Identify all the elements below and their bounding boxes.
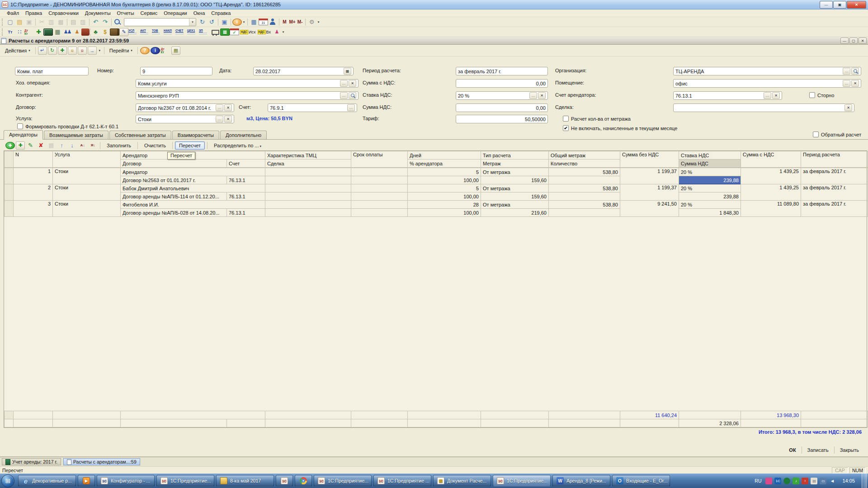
clear-field-button[interactable]: ✕ xyxy=(851,80,859,87)
new-document-icon[interactable]: ▢ xyxy=(5,18,15,27)
contract-field[interactable]: Договор №2367 от 01.08.2014 г.…✕ xyxy=(136,103,234,112)
money-out-document-icon[interactable]: ¤ xyxy=(78,47,87,55)
cell-metrage[interactable]: 159,60 xyxy=(481,176,549,184)
vat-sum-value[interactable]: 0,00 xyxy=(458,105,546,111)
date-field[interactable]: 28.02.2017▦ xyxy=(253,67,354,75)
search-combobox[interactable]: ▾ xyxy=(124,18,196,26)
account-value[interactable]: 76.9.1 xyxy=(270,105,346,111)
actions-menu-button[interactable]: Действия▾ xyxy=(2,47,33,54)
number-value[interactable]: 9 xyxy=(142,69,210,74)
postings-icon[interactable]: ДтКт xyxy=(161,46,170,55)
cell-due-date-2[interactable] xyxy=(351,176,408,184)
tray-note-icon[interactable]: ♪ xyxy=(793,478,799,484)
reverse-calc-checkbox[interactable] xyxy=(813,131,819,137)
tab-own-costs[interactable]: Собственные затраты xyxy=(109,131,171,139)
goods-doc-icon[interactable]: ТОВ xyxy=(152,28,164,37)
room-value[interactable]: офис xyxy=(675,81,842,86)
cell-sum-with-vat[interactable]: 11 089,80 xyxy=(741,201,801,217)
cell-metrage[interactable]: 159,60 xyxy=(481,192,549,201)
cell-sum-no-vat[interactable]: 1 199,37 xyxy=(620,168,679,184)
copy-icon[interactable]: ▥ xyxy=(47,18,56,27)
date-value[interactable]: 28.02.2017 xyxy=(255,69,343,74)
cell-sum-with-vat[interactable]: 1 439,25 xyxy=(741,168,801,184)
clock[interactable]: 14:05 xyxy=(838,478,859,483)
cell-days[interactable]: 5 xyxy=(408,168,481,176)
tray-network-icon[interactable]: ▭ xyxy=(820,478,826,484)
tray-alert-icon[interactable]: ! xyxy=(802,478,808,484)
cell-tenant-pct[interactable]: 100,00 xyxy=(408,209,481,217)
subordination-icon[interactable]: → xyxy=(88,47,97,55)
move-down-icon[interactable]: ↓ xyxy=(67,141,77,150)
tariff-field[interactable]: 50,50000 xyxy=(456,115,548,123)
ok-button[interactable]: ОК xyxy=(783,446,801,454)
edit-document-icon[interactable]: ✎ xyxy=(119,28,128,36)
contractor-value[interactable]: Минскэнерго РУП xyxy=(138,93,339,99)
open-button[interactable] xyxy=(851,68,859,75)
clear-button[interactable]: Очистить xyxy=(140,141,170,150)
cell-n[interactable]: 1 xyxy=(14,168,53,184)
cell-vat-rate[interactable]: 20 % xyxy=(679,201,741,209)
cart-icon[interactable] xyxy=(211,28,220,36)
cell-service[interactable]: Стоки xyxy=(53,201,121,217)
dropdown-icon[interactable]: ▾ xyxy=(189,19,196,26)
tray-green-circle-icon[interactable] xyxy=(783,478,790,484)
payment-type-field[interactable]: Комм. плат xyxy=(15,67,89,75)
select-button[interactable]: … xyxy=(529,92,537,99)
select-button[interactable]: … xyxy=(216,104,223,111)
workshop-doc-icon[interactable]: ЦЕХ1 xyxy=(187,28,199,37)
doc-close-button[interactable]: ✕ xyxy=(859,38,867,44)
row-marker[interactable] xyxy=(5,184,14,201)
operation-value[interactable]: Комм.услуги xyxy=(138,81,339,86)
cell-vat-rate[interactable]: 20 % xyxy=(679,184,741,192)
find-previous-icon[interactable]: ↺ xyxy=(207,18,217,27)
plant-icon[interactable]: ♣ xyxy=(91,28,100,37)
restore-button[interactable]: ▣ xyxy=(833,1,846,9)
row-marker[interactable] xyxy=(5,168,14,184)
copy-row-icon[interactable]: ✚ xyxy=(16,141,25,150)
fill-button[interactable]: Заполнить xyxy=(103,141,135,150)
cell-metrage[interactable]: 219,60 xyxy=(481,209,549,217)
doc-restore-button[interactable]: ▢ xyxy=(849,38,858,44)
calc-from-area-checkbox[interactable] xyxy=(563,116,569,122)
sum-with-vat-field[interactable]: 0,00 xyxy=(456,79,548,88)
tab-tenants[interactable]: Арендаторы xyxy=(4,130,43,140)
reference-book-icon[interactable] xyxy=(81,28,91,36)
menu-item-edit[interactable]: Правка xyxy=(22,10,45,16)
close-doc-button[interactable]: Закрыть xyxy=(834,446,864,454)
cell-service[interactable]: Стоки xyxy=(53,184,121,201)
undo-icon[interactable]: ↶ xyxy=(91,18,100,27)
sort-descending-icon[interactable]: Я↓ xyxy=(88,141,98,150)
operation-field[interactable]: Комм.услуги…✕ xyxy=(136,79,359,88)
cell-total-area[interactable]: 538,80 xyxy=(549,168,620,176)
cell-deal[interactable] xyxy=(265,176,351,184)
description-icon[interactable]: i xyxy=(151,47,160,54)
tray-pink-icon[interactable] xyxy=(765,478,772,484)
account-field[interactable]: 76.9.1… xyxy=(268,103,357,112)
taskbar-1c-enterprise-button-2[interactable]: 1С1С:Предприятие... xyxy=(314,475,372,487)
service-value[interactable]: Стоки xyxy=(138,117,215,122)
refresh-icon[interactable]: ↻ xyxy=(48,47,57,55)
cell-calc-type[interactable]: От метража xyxy=(481,184,549,192)
cell-due-date[interactable] xyxy=(351,168,408,176)
paste-icon[interactable]: ▩ xyxy=(56,18,66,27)
payment-type-value[interactable]: Комм. плат xyxy=(17,69,86,74)
buyer-dropdown-icon[interactable]: ▾ xyxy=(281,28,285,37)
cell-vat-rate[interactable]: 20 % xyxy=(679,168,741,176)
select-button[interactable]: … xyxy=(216,116,223,122)
cell-n[interactable]: 3 xyxy=(14,201,53,217)
taskbar-ie-button[interactable]: eДекоративные р... xyxy=(18,475,76,487)
select-button[interactable]: … xyxy=(340,92,348,99)
select-button[interactable]: … xyxy=(347,104,355,111)
cell-total-area[interactable]: 538,80 xyxy=(549,184,620,192)
window-tab-document[interactable]: Расчеты с арендаторам...:59 xyxy=(63,458,140,465)
show-desktop-button[interactable] xyxy=(862,474,867,488)
toolbar-grip[interactable] xyxy=(2,19,4,26)
salary-doc-icon[interactable]: ЗП xyxy=(199,28,211,37)
add-row-icon[interactable]: ✚ xyxy=(5,142,15,149)
date-picker-button[interactable]: ▦ xyxy=(344,68,351,75)
cell-calc-type[interactable]: От метража xyxy=(481,201,549,209)
exit-door-icon[interactable] xyxy=(110,28,119,36)
open-document-icon[interactable]: ▤ xyxy=(15,18,24,27)
doc-minimize-button[interactable]: — xyxy=(840,38,849,44)
cell-period[interactable]: за февраль 2017 г. xyxy=(801,168,868,184)
